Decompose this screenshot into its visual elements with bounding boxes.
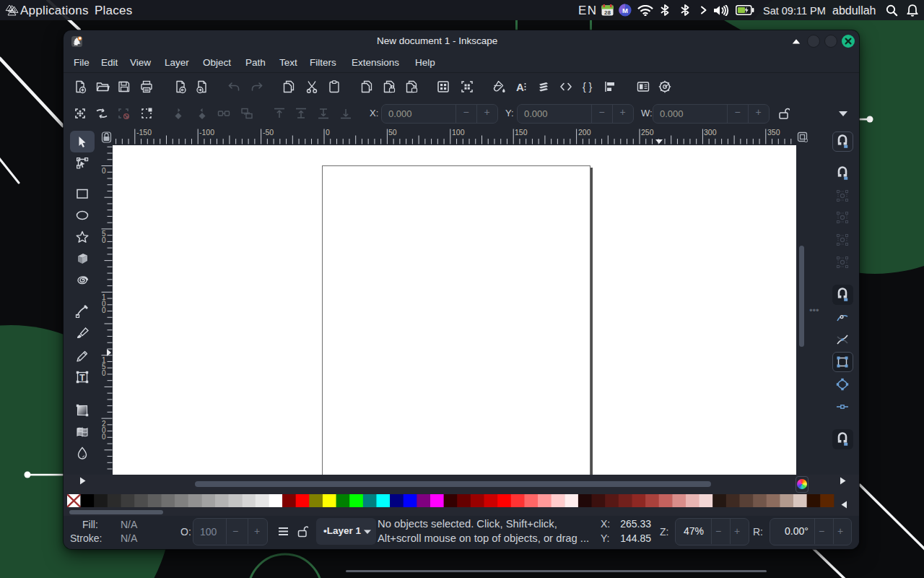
svg-text:28: 28 [604,9,611,16]
svg-text:T: T [79,373,85,383]
svg-text:M: M [622,7,628,14]
svg-text:{ }: { } [583,81,593,92]
svg-text:A: A [516,80,524,92]
